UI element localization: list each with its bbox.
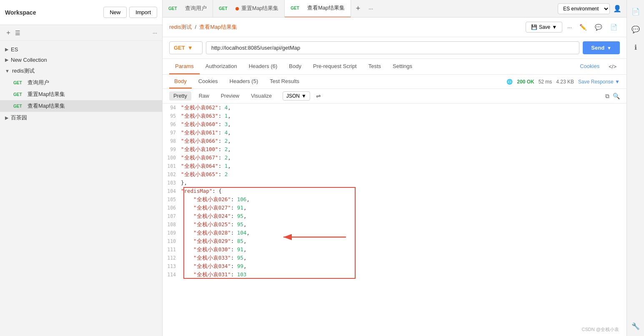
format-pretty[interactable]: Pretty bbox=[169, 91, 191, 101]
format-raw[interactable]: Raw bbox=[195, 91, 213, 101]
json-format-label: JSON bbox=[286, 93, 300, 99]
code-content: "全栈小袁100": 2, bbox=[181, 145, 623, 154]
sidebar-header: Workspace New Import bbox=[0, 0, 162, 25]
code-content: "全栈小袁033": 95, bbox=[181, 254, 623, 262]
sidebar-item-req3[interactable]: GET 查看Map结果集 bbox=[0, 100, 162, 112]
save-label: Save bbox=[539, 24, 550, 30]
new-tab-button[interactable]: + bbox=[351, 4, 366, 13]
url-bar: GET ▼ Send ▼ bbox=[163, 37, 626, 59]
add-icon[interactable]: ＋ bbox=[5, 28, 12, 37]
cookies-link[interactable]: Cookies bbox=[574, 59, 605, 74]
chevron-right-icon: ▶ bbox=[5, 57, 8, 63]
json-format-select[interactable]: JSON ▼ bbox=[283, 91, 310, 101]
info-rs-icon[interactable]: ℹ bbox=[632, 41, 639, 54]
sidebar-toolbar: ＋ ☰ ··· bbox=[0, 25, 162, 41]
line-number: 100 bbox=[166, 154, 181, 162]
code-content: "redisMap": { bbox=[181, 187, 623, 195]
unsaved-dot bbox=[236, 7, 239, 10]
tab-query-user[interactable]: GET 查询用户 bbox=[163, 0, 213, 18]
method-select[interactable]: GET ▼ bbox=[169, 41, 203, 54]
method-badge: GET bbox=[219, 6, 231, 11]
send-button[interactable]: Send ▼ bbox=[583, 41, 620, 54]
code-line-99: 99 "全栈小袁100": 2, bbox=[163, 145, 626, 154]
sidebar-item-new-collection[interactable]: ▶ New Collection bbox=[0, 55, 162, 65]
code-line-100: 100 "全栈小袁067": 2, bbox=[163, 154, 626, 162]
resp-tab-cookies[interactable]: Cookies bbox=[193, 75, 223, 88]
line-number: 105 bbox=[166, 195, 181, 204]
code-content: "全栈小袁028": 104, bbox=[181, 229, 623, 237]
save-button[interactable]: 💾 Save ▼ bbox=[526, 22, 562, 33]
chevron-right-icon: ▶ bbox=[5, 115, 8, 121]
tabs-right: ES environment No Environment 👤 bbox=[558, 3, 626, 14]
code-content: "全栈小袁065": 2 bbox=[181, 170, 623, 179]
code-line-97: 97 "全栈小袁061": 4, bbox=[163, 129, 626, 137]
import-button[interactable]: Import bbox=[129, 7, 157, 18]
status-size: 4.23 KB bbox=[556, 79, 574, 85]
search-icon[interactable]: 🔍 bbox=[613, 93, 620, 100]
sidebar-item-redis[interactable]: ▼ redis测试 bbox=[0, 65, 162, 77]
comment-rs-icon[interactable]: 💬 bbox=[629, 23, 642, 36]
code-line-114: 114 "全栈小袁031": 103 bbox=[163, 270, 626, 279]
tab-label: 查询用户 bbox=[185, 5, 207, 12]
workspace-title: Workspace bbox=[5, 9, 103, 16]
url-input[interactable] bbox=[206, 41, 579, 54]
code-line-98: 98 "全栈小袁066": 2, bbox=[163, 137, 626, 145]
settings-rs-icon[interactable]: 🔧 bbox=[629, 320, 642, 333]
line-number: 102 bbox=[166, 170, 181, 179]
breadcrumb: redis测试 / 查看Map结果集 bbox=[169, 23, 237, 31]
wrap-icon[interactable]: ⇌ bbox=[316, 93, 321, 99]
document-rs-icon[interactable]: 📄 bbox=[629, 5, 642, 18]
code-line-105: 105 "全栈小袁026": 106, bbox=[163, 195, 626, 204]
sidebar-item-baichaiyuan[interactable]: ▶ 百茶园 bbox=[0, 112, 162, 124]
line-number: 94 bbox=[166, 104, 181, 112]
format-preview[interactable]: Preview bbox=[217, 91, 243, 101]
profile-icon[interactable]: 👤 bbox=[613, 5, 621, 13]
tab-tests[interactable]: Tests bbox=[363, 59, 387, 74]
document-icon[interactable]: 📄 bbox=[608, 22, 620, 32]
tab-view-map[interactable]: GET 查看Map结果集 bbox=[285, 0, 351, 18]
sidebar-item-req1[interactable]: GET 查询用户 bbox=[0, 77, 162, 88]
sidebar-item-es[interactable]: ▶ ES bbox=[0, 44, 162, 55]
tabs-more-icon[interactable]: ··· bbox=[365, 5, 376, 12]
code-area[interactable]: 94 "全栈小袁062": 4, 95 "全栈小袁063": 1, 96 "全栈… bbox=[163, 104, 626, 336]
line-number: 112 bbox=[166, 254, 181, 262]
save-response-button[interactable]: Save Response ▼ bbox=[578, 79, 620, 85]
code-line-113: 113 "全栈小袁034": 99, bbox=[163, 262, 626, 270]
line-number: 99 bbox=[166, 145, 181, 154]
format-visualize[interactable]: Visualize bbox=[247, 91, 276, 101]
tab-settings[interactable]: Settings bbox=[387, 59, 418, 74]
environment-select[interactable]: ES environment No Environment bbox=[558, 3, 610, 14]
credits: CSDN @全栈小袁 bbox=[582, 326, 619, 333]
more-options-icon[interactable]: ··· bbox=[153, 30, 157, 36]
tab-pre-request-script[interactable]: Pre-request Script bbox=[307, 59, 363, 74]
sidebar-item-label: 查看Map结果集 bbox=[28, 102, 157, 110]
sidebar-content: ▶ ES ▶ New Collection ▼ redis测试 GET 查询用户… bbox=[0, 41, 162, 336]
tab-headers[interactable]: Headers (6) bbox=[243, 59, 283, 74]
tab-body[interactable]: Body bbox=[283, 59, 307, 74]
code-line-106: 106 "全栈小袁027": 91, bbox=[163, 204, 626, 212]
more-options-button[interactable]: ··· bbox=[566, 23, 574, 32]
edit-icon[interactable]: ✏️ bbox=[577, 22, 589, 32]
method-label: GET bbox=[174, 45, 185, 51]
filter-icon[interactable]: ☰ bbox=[15, 30, 20, 36]
tab-params[interactable]: Params bbox=[169, 59, 200, 74]
sidebar-item-label: redis测试 bbox=[12, 67, 157, 75]
method-badge: GET bbox=[291, 6, 302, 10]
sidebar-item-req2[interactable]: GET 重置Map结果集 bbox=[0, 88, 162, 100]
line-number: 114 bbox=[166, 270, 181, 279]
resp-tab-headers[interactable]: Headers (5) bbox=[225, 75, 263, 88]
main-panel: GET 查询用户 GET 重置Map结果集 GET 查看Map结果集 + ···… bbox=[163, 0, 626, 336]
save-icon: 💾 bbox=[531, 24, 537, 30]
method-badge-get: GET bbox=[13, 81, 25, 85]
code-content: "全栈小袁027": 91, bbox=[181, 204, 623, 212]
copy-icon[interactable]: ⧉ bbox=[605, 93, 609, 100]
resp-tab-body[interactable]: Body bbox=[169, 75, 192, 88]
code-icon[interactable]: </> bbox=[605, 59, 620, 74]
format-bar: Pretty Raw Preview Visualize JSON ▼ ⇌ ⧉ … bbox=[163, 89, 626, 104]
resp-tab-test-results[interactable]: Test Results bbox=[265, 75, 304, 88]
tab-reset-map[interactable]: GET 重置Map结果集 bbox=[213, 0, 285, 18]
comment-icon[interactable]: 💬 bbox=[592, 22, 604, 32]
new-button[interactable]: New bbox=[103, 7, 127, 18]
code-content: "全栈小袁034": 99, bbox=[181, 262, 623, 270]
tab-authorization[interactable]: Authorization bbox=[200, 59, 243, 74]
